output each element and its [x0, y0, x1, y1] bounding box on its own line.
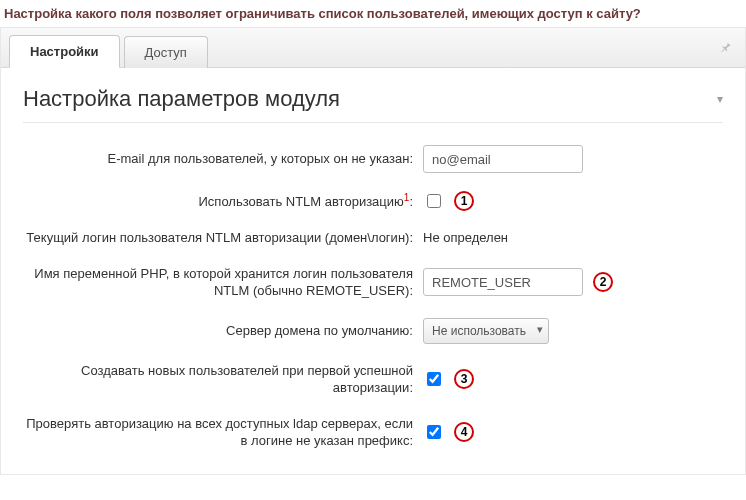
- question-heading: Настройка какого поля позволяет ограничи…: [0, 0, 746, 27]
- ntlm-current-value: Не определен: [423, 230, 508, 245]
- ntlm-use-checkbox[interactable]: [427, 194, 441, 208]
- chevron-down-icon[interactable]: ▾: [717, 92, 723, 106]
- tab-access[interactable]: Доступ: [124, 36, 208, 68]
- ntlm-current-label: Текущий логин пользователя NTLM авториза…: [23, 229, 423, 247]
- settings-panel: Настройка параметров модуля ▾ E-mail для…: [1, 68, 745, 474]
- create-users-label: Создавать новых пользователей при первой…: [23, 362, 423, 397]
- email-input[interactable]: [423, 145, 583, 173]
- ntlm-use-label: Использовать NTLM авторизацию1:: [23, 191, 423, 211]
- marker-1: 1: [454, 191, 474, 211]
- marker-2: 2: [593, 272, 613, 292]
- marker-3: 3: [454, 369, 474, 389]
- pin-icon[interactable]: [719, 40, 733, 57]
- tab-bar: Настройки Доступ: [1, 28, 745, 68]
- domain-server-label: Сервер домена по умолчанию:: [23, 322, 423, 340]
- tab-settings[interactable]: Настройки: [9, 35, 120, 68]
- check-ldap-checkbox[interactable]: [427, 425, 441, 439]
- php-var-input[interactable]: [423, 268, 583, 296]
- email-label: E-mail для пользователей, у которых он н…: [23, 150, 423, 168]
- panel-title: Настройка параметров модуля: [23, 86, 340, 112]
- domain-server-select[interactable]: Не использовать: [423, 318, 549, 344]
- check-ldap-label: Проверять авторизацию на всех доступных …: [23, 415, 423, 450]
- marker-4: 4: [454, 422, 474, 442]
- php-var-label: Имя переменной PHP, в которой хранится л…: [23, 265, 423, 300]
- create-users-checkbox[interactable]: [427, 372, 441, 386]
